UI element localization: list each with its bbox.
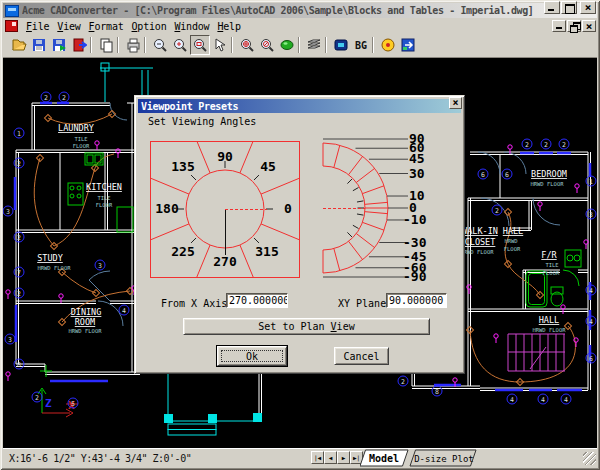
open-button[interactable] <box>9 35 29 55</box>
ucs-z-label: Z <box>45 397 52 410</box>
svg-text:FLOOR: FLOOR <box>73 143 90 149</box>
app-icon[interactable] <box>5 5 19 17</box>
copy-button[interactable] <box>96 35 116 55</box>
view-3d-button[interactable] <box>277 35 297 55</box>
maximize-button[interactable] <box>561 1 577 14</box>
copy-icon <box>98 37 114 53</box>
toolbar-separator <box>298 37 300 53</box>
svg-text:2: 2 <box>62 94 66 102</box>
from-x-axis-input[interactable]: 270.000000 <box>226 293 288 308</box>
export-button[interactable] <box>69 35 89 55</box>
pan-icon <box>212 37 228 53</box>
dialog-title-bar[interactable]: Viewpoint Presets <box>138 99 461 113</box>
svg-text:2: 2 <box>495 207 499 215</box>
svg-text:HALL: HALL <box>539 315 559 325</box>
toolbar-separator <box>372 37 374 53</box>
tab-scroll-buttons: |◀ ◀ ▶ ▶| <box>311 451 363 464</box>
menu-item-option[interactable]: Option <box>128 19 171 34</box>
svg-text:4: 4 <box>122 307 126 315</box>
about-button[interactable] <box>378 35 398 55</box>
svg-text:FLOOR: FLOOR <box>96 202 113 208</box>
svg-text:1: 1 <box>589 178 593 186</box>
close-button[interactable] <box>580 1 596 14</box>
zoom-in-button[interactable] <box>170 35 190 55</box>
exit-icon <box>400 37 416 53</box>
tab-first-button[interactable]: |◀ <box>311 451 324 464</box>
svg-text:180: 180 <box>155 201 179 216</box>
pan-button[interactable] <box>210 35 230 55</box>
svg-text:HALL: HALL <box>503 226 523 236</box>
bg-toggle-button[interactable]: BG <box>351 35 371 55</box>
svg-text:2: 2 <box>35 394 39 402</box>
menu-item-help[interactable]: Help <box>213 19 244 34</box>
about-icon <box>380 37 396 53</box>
svg-text:2: 2 <box>17 290 21 298</box>
svg-text:8: 8 <box>17 361 21 369</box>
svg-text:BEDROOM: BEDROOM <box>531 169 567 179</box>
svg-text:135: 135 <box>171 159 194 174</box>
window-title-bar[interactable]: Acme CADConverter - [C:\Program Files\Au… <box>3 3 597 18</box>
svg-text:3: 3 <box>98 262 102 270</box>
menu-item-file[interactable]: File <box>22 19 53 34</box>
compass-dial[interactable]: 90450315270225180135 <box>150 141 300 278</box>
zoom-out-icon <box>152 37 168 53</box>
menu-item-format[interactable]: Format <box>85 19 128 34</box>
zoom-out-button[interactable] <box>150 35 170 55</box>
svg-text:45: 45 <box>260 159 276 174</box>
ok-button[interactable]: Ok <box>217 346 287 366</box>
mdi-minimize-button[interactable] <box>552 20 566 32</box>
menu-item-window[interactable]: Window <box>170 19 213 34</box>
svg-text:ROOM: ROOM <box>75 317 95 327</box>
svg-text:HRWD FLOOR: HRWD FLOOR <box>532 327 566 333</box>
exit-button[interactable] <box>398 35 418 55</box>
layout-tabs: ModelD-size Plot <box>360 449 482 467</box>
svg-text:-90: -90 <box>403 269 427 284</box>
svg-text:4: 4 <box>589 287 593 295</box>
svg-text:3: 3 <box>8 336 12 344</box>
save-as-button[interactable] <box>49 35 69 55</box>
zoom-previous-button[interactable] <box>257 35 277 55</box>
svg-text:5: 5 <box>71 400 75 408</box>
svg-text:HRWD FLOOR: HRWD FLOOR <box>68 328 102 334</box>
svg-text:WALK-IN: WALK-IN <box>462 226 498 236</box>
xy-plane-input[interactable]: 90.000000 <box>386 293 447 308</box>
stairs <box>508 334 565 371</box>
bg-color-icon <box>333 37 349 53</box>
zoom-window-button[interactable] <box>190 35 210 55</box>
layers-button[interactable] <box>304 35 324 55</box>
svg-text:315: 315 <box>255 244 278 259</box>
elevation-gauge[interactable]: 90604530100-10-30-45-60-90 <box>301 136 446 286</box>
tab-dsize-plot[interactable]: D-size Plot <box>414 454 474 464</box>
svg-text:-10: -10 <box>403 212 427 227</box>
svg-text:F/R: F/R <box>541 250 557 260</box>
document-icon[interactable] <box>5 20 18 32</box>
svg-text:DINING: DINING <box>71 307 102 317</box>
menu-item-view[interactable]: View <box>53 19 84 34</box>
mdi-restore-button[interactable] <box>567 20 581 32</box>
svg-text:FLOOR: FLOOR <box>543 270 560 276</box>
set-plan-view-button[interactable]: Set to Plan View <box>183 318 430 335</box>
save-button[interactable] <box>29 35 49 55</box>
toolbar-separator <box>144 37 146 53</box>
view-3d-icon <box>279 37 295 53</box>
svg-text:7: 7 <box>17 269 21 277</box>
print-button[interactable] <box>123 35 143 55</box>
bg-color-button[interactable] <box>331 35 351 55</box>
resize-grip[interactable] <box>583 452 596 465</box>
minimize-button[interactable] <box>544 1 560 14</box>
tab-model[interactable]: Model <box>360 450 408 466</box>
mdi-close-button[interactable] <box>582 20 596 32</box>
cancel-button[interactable]: Cancel <box>334 347 389 365</box>
tab-prev-button[interactable]: ◀ <box>324 451 337 464</box>
svg-text:4: 4 <box>541 396 545 404</box>
svg-text:2: 2 <box>525 141 529 149</box>
tab-next-button[interactable]: ▶ <box>337 451 350 464</box>
zoom-extents-button[interactable] <box>237 35 257 55</box>
dialog-close-button[interactable]: × <box>449 97 462 109</box>
svg-text:2: 2 <box>17 234 21 242</box>
svg-text:LAUNDRY: LAUNDRY <box>58 123 94 133</box>
svg-text:1: 1 <box>17 130 21 138</box>
svg-text:270: 270 <box>213 254 237 269</box>
svg-text:6: 6 <box>505 171 509 179</box>
svg-text:30: 30 <box>409 166 425 181</box>
